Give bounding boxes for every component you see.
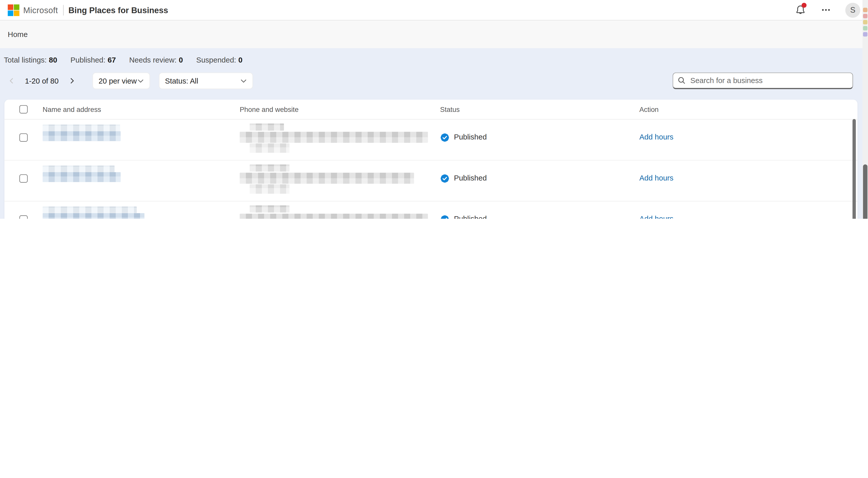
listing-stats: Total listings:80 Published:67 Needs rev… [4,56,242,64]
redacted-phone-extra [250,143,289,153]
col-header-phone: Phone and website [240,105,440,113]
search-icon [678,76,686,85]
top-app-bar: Microsoft Bing Places for Business S [0,0,868,21]
breadcrumb-home[interactable]: Home [8,30,28,38]
business-search [673,72,853,89]
logo-square-blue [8,10,13,16]
browser-edge-strip [862,0,868,219]
cell-phone-website [240,120,440,160]
redacted-business-name[interactable] [42,213,144,219]
page-range-label: 1-20 of 80 [25,77,59,85]
stat-needs-review: Needs review:0 [129,56,183,64]
account-avatar[interactable]: S [845,3,860,18]
add-hours-link[interactable]: Add hours [639,174,674,182]
sidebar-app-chip[interactable] [863,14,867,18]
cell-action: Add hours [639,161,857,201]
col-header-action: Action [639,105,857,113]
cell-status: Published [440,201,639,219]
col-header-name: Name and address [42,105,240,113]
published-badge-icon [440,133,450,142]
chevron-right-icon [69,77,75,84]
chevron-left-icon [8,77,15,84]
table-header: Name and address Phone and website Statu… [4,100,857,120]
redacted-business-name[interactable] [42,131,121,141]
sidebar-app-chip[interactable] [863,26,867,30]
per-view-dropdown[interactable]: 20 per view [92,72,150,89]
cell-phone-website [240,161,440,201]
chevron-down-icon [240,77,247,84]
cell-phone-website [240,201,440,219]
add-hours-link[interactable]: Add hours [639,215,674,219]
redacted-name-secondary [42,166,115,172]
status-label: Published [454,133,487,141]
sidebar-app-chip[interactable] [863,32,867,36]
table-row: Published Add hours [4,201,857,219]
microsoft-wordmark[interactable]: Microsoft [23,5,58,15]
list-controls: 1-20 of 80 20 per view Status: All [0,72,868,89]
status-label: Published [454,215,487,219]
notifications-button[interactable] [794,4,806,16]
redacted-website [240,214,428,219]
col-header-status: Status [440,105,639,113]
chevron-down-icon [137,77,144,84]
stat-suspended: Suspended:0 [196,56,243,64]
redacted-website [240,173,414,184]
stat-published: Published:67 [70,56,116,64]
cell-action: Add hours [639,120,857,160]
cell-status: Published [440,161,639,201]
table-body: Published Add hours [4,120,857,219]
page-scrollbar-thumb[interactable] [863,164,867,219]
per-view-value: 20 per view [98,77,137,85]
logo-square-red [8,4,13,10]
sidebar-app-chip[interactable] [863,8,867,12]
select-all-checkbox[interactable] [20,105,28,114]
table-row: Published Add hours [4,161,857,201]
redacted-phone [250,124,284,131]
logo-square-yellow [14,10,20,16]
microsoft-logo-icon[interactable] [8,4,20,16]
cell-name-address [42,161,240,201]
more-options-button[interactable] [820,4,832,16]
redacted-name-secondary [42,206,137,213]
stat-total: Total listings:80 [4,56,57,64]
notification-badge [802,3,807,8]
ellipsis-icon [821,5,831,15]
breadcrumb-bar: Home [0,21,868,48]
prev-page-button[interactable] [6,75,18,87]
status-filter-value: Status: All [165,77,198,85]
cell-name-address [42,120,240,160]
row-checkbox[interactable] [20,174,28,183]
bing-places-dashboard: Microsoft Bing Places for Business S Hom… [0,0,868,219]
edge-chips [862,0,868,36]
table-scrollbar-thumb[interactable] [852,119,856,219]
redacted-business-name[interactable] [42,172,121,182]
redacted-phone-extra [250,184,289,194]
listings-card: Name and address Phone and website Statu… [4,100,857,219]
redacted-phone [250,164,289,171]
title-divider [63,5,63,15]
app-title: Bing Places for Business [68,5,168,15]
row-checkbox[interactable] [20,215,28,219]
sidebar-app-chip[interactable] [863,20,867,24]
redacted-website [240,132,428,143]
cell-name-address [42,201,240,219]
redacted-name-secondary [42,125,120,131]
published-badge-icon [440,215,450,219]
row-checkbox[interactable] [20,133,28,142]
pagination: 1-20 of 80 [6,72,78,89]
table-row: Published Add hours [4,120,857,161]
redacted-phone [250,205,289,213]
cell-status: Published [440,120,639,160]
logo-square-green [14,4,20,10]
add-hours-link[interactable]: Add hours [639,133,674,141]
published-badge-icon [440,174,450,183]
cell-action: Add hours [639,201,857,219]
status-label: Published [454,174,487,182]
status-filter-dropdown[interactable]: Status: All [159,72,253,89]
search-input[interactable] [689,76,848,85]
next-page-button[interactable] [66,75,78,87]
